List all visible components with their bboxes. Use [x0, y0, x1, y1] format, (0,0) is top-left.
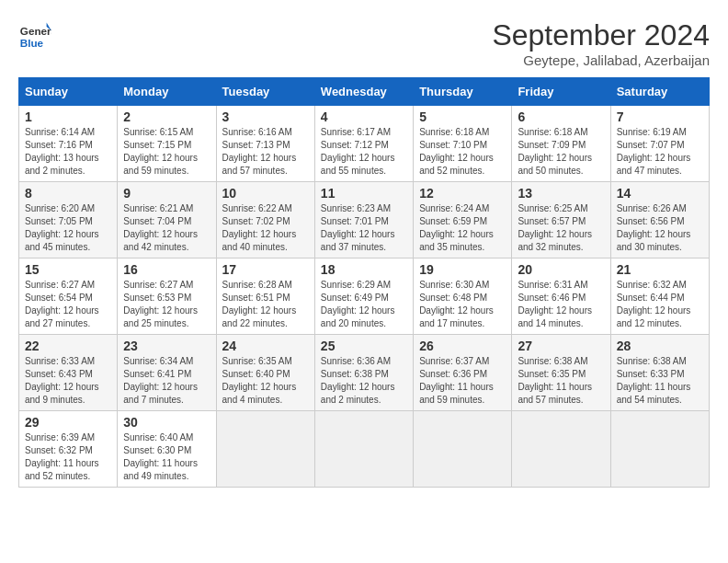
calendar-day-cell: 24 Sunrise: 6:35 AMSunset: 6:40 PMDaylig…	[216, 335, 314, 411]
day-number: 11	[321, 186, 407, 201]
day-info: Sunrise: 6:39 AMSunset: 6:32 PMDaylight:…	[25, 432, 99, 481]
calendar-day-cell: 23 Sunrise: 6:34 AMSunset: 6:41 PMDaylig…	[118, 335, 216, 411]
day-info: Sunrise: 6:20 AMSunset: 7:05 PMDaylight:…	[25, 203, 99, 252]
calendar-week-row: 15 Sunrise: 6:27 AMSunset: 6:54 PMDaylig…	[19, 259, 710, 335]
day-number: 25	[321, 339, 407, 353]
header-friday: Friday	[512, 78, 610, 106]
day-info: Sunrise: 6:29 AMSunset: 6:49 PMDaylight:…	[321, 280, 395, 328]
calendar-day-cell: 15 Sunrise: 6:27 AMSunset: 6:54 PMDaylig…	[19, 259, 118, 335]
day-number: 20	[518, 262, 604, 277]
day-info: Sunrise: 6:31 AMSunset: 6:46 PMDaylight:…	[518, 280, 592, 328]
empty-day-cell	[610, 411, 709, 488]
calendar-day-cell: 26 Sunrise: 6:37 AMSunset: 6:36 PMDaylig…	[414, 335, 512, 411]
calendar-day-cell: 5 Sunrise: 6:18 AMSunset: 7:10 PMDayligh…	[414, 106, 512, 182]
day-info: Sunrise: 6:30 AMSunset: 6:48 PMDaylight:…	[419, 280, 494, 328]
calendar-day-cell: 10 Sunrise: 6:22 AMSunset: 7:02 PMDaylig…	[216, 182, 314, 259]
day-info: Sunrise: 6:18 AMSunset: 7:09 PMDaylight:…	[518, 127, 592, 176]
day-info: Sunrise: 6:33 AMSunset: 6:43 PMDaylight:…	[25, 356, 99, 405]
calendar-day-cell: 17 Sunrise: 6:28 AMSunset: 6:51 PMDaylig…	[216, 259, 314, 335]
day-number: 29	[25, 415, 111, 430]
day-info: Sunrise: 6:38 AMSunset: 6:35 PMDaylight:…	[518, 356, 592, 405]
calendar-day-cell: 2 Sunrise: 6:15 AMSunset: 7:15 PMDayligh…	[118, 106, 216, 182]
empty-day-cell	[314, 411, 413, 488]
day-info: Sunrise: 6:38 AMSunset: 6:33 PMDaylight:…	[617, 356, 691, 405]
day-number: 5	[419, 109, 506, 124]
day-number: 19	[419, 262, 506, 277]
calendar-day-cell: 3 Sunrise: 6:16 AMSunset: 7:13 PMDayligh…	[216, 106, 314, 182]
title-block: September 2024 Geytepe, Jalilabad, Azerb…	[492, 18, 710, 68]
calendar-week-row: 1 Sunrise: 6:14 AMSunset: 7:16 PMDayligh…	[19, 106, 710, 182]
calendar-day-cell: 8 Sunrise: 6:20 AMSunset: 7:05 PMDayligh…	[19, 182, 118, 259]
day-number: 30	[123, 415, 210, 430]
day-info: Sunrise: 6:14 AMSunset: 7:16 PMDaylight:…	[25, 127, 99, 176]
day-info: Sunrise: 6:35 AMSunset: 6:40 PMDaylight:…	[222, 356, 297, 405]
calendar-day-cell: 4 Sunrise: 6:17 AMSunset: 7:12 PMDayligh…	[314, 106, 413, 182]
day-info: Sunrise: 6:36 AMSunset: 6:38 PMDaylight:…	[321, 356, 395, 405]
calendar-day-cell: 1 Sunrise: 6:14 AMSunset: 7:16 PMDayligh…	[19, 106, 118, 182]
day-info: Sunrise: 6:34 AMSunset: 6:41 PMDaylight:…	[123, 356, 198, 405]
day-number: 28	[617, 339, 703, 353]
calendar-day-cell: 28 Sunrise: 6:38 AMSunset: 6:33 PMDaylig…	[610, 335, 709, 411]
day-info: Sunrise: 6:24 AMSunset: 6:59 PMDaylight:…	[419, 203, 494, 252]
svg-text:Blue: Blue	[20, 37, 44, 49]
calendar-week-row: 8 Sunrise: 6:20 AMSunset: 7:05 PMDayligh…	[19, 182, 710, 259]
calendar-day-cell: 21 Sunrise: 6:32 AMSunset: 6:44 PMDaylig…	[610, 259, 709, 335]
header-thursday: Thursday	[414, 78, 512, 106]
day-info: Sunrise: 6:40 AMSunset: 6:30 PMDaylight:…	[123, 432, 198, 481]
logo-icon: General Blue	[18, 18, 51, 52]
header-sunday: Sunday	[19, 78, 118, 106]
day-number: 27	[518, 339, 604, 353]
header-wednesday: Wednesday	[314, 78, 413, 106]
day-number: 16	[123, 262, 210, 277]
day-info: Sunrise: 6:27 AMSunset: 6:54 PMDaylight:…	[25, 280, 99, 328]
page-header: General Blue September 2024 Geytepe, Jal…	[18, 18, 710, 68]
day-info: Sunrise: 6:37 AMSunset: 6:36 PMDaylight:…	[419, 356, 494, 405]
empty-day-cell	[512, 411, 610, 488]
calendar-day-cell: 30 Sunrise: 6:40 AMSunset: 6:30 PMDaylig…	[118, 411, 216, 488]
day-number: 21	[617, 262, 703, 277]
day-number: 3	[222, 109, 309, 124]
day-number: 2	[123, 109, 210, 124]
calendar-week-row: 22 Sunrise: 6:33 AMSunset: 6:43 PMDaylig…	[19, 335, 710, 411]
calendar-day-cell: 27 Sunrise: 6:38 AMSunset: 6:35 PMDaylig…	[512, 335, 610, 411]
day-info: Sunrise: 6:21 AMSunset: 7:04 PMDaylight:…	[123, 203, 198, 252]
day-number: 24	[222, 339, 309, 353]
logo: General Blue	[18, 18, 51, 52]
calendar-day-cell: 19 Sunrise: 6:30 AMSunset: 6:48 PMDaylig…	[414, 259, 512, 335]
day-number: 18	[321, 262, 407, 277]
day-number: 8	[25, 186, 111, 201]
weekday-header-row: Sunday Monday Tuesday Wednesday Thursday…	[19, 78, 710, 106]
calendar-day-cell: 25 Sunrise: 6:36 AMSunset: 6:38 PMDaylig…	[314, 335, 413, 411]
day-number: 7	[617, 109, 703, 124]
day-number: 23	[123, 339, 210, 353]
day-number: 12	[419, 186, 506, 201]
calendar-day-cell: 18 Sunrise: 6:29 AMSunset: 6:49 PMDaylig…	[314, 259, 413, 335]
day-number: 9	[123, 186, 210, 201]
page-subtitle: Geytepe, Jalilabad, Azerbaijan	[492, 52, 710, 68]
header-monday: Monday	[118, 78, 216, 106]
calendar-week-row: 29 Sunrise: 6:39 AMSunset: 6:32 PMDaylig…	[19, 411, 710, 488]
day-number: 15	[25, 262, 111, 277]
calendar-day-cell: 20 Sunrise: 6:31 AMSunset: 6:46 PMDaylig…	[512, 259, 610, 335]
day-info: Sunrise: 6:27 AMSunset: 6:53 PMDaylight:…	[123, 280, 198, 328]
day-info: Sunrise: 6:26 AMSunset: 6:56 PMDaylight:…	[617, 203, 691, 252]
calendar-day-cell: 11 Sunrise: 6:23 AMSunset: 7:01 PMDaylig…	[314, 182, 413, 259]
day-number: 10	[222, 186, 309, 201]
empty-day-cell	[414, 411, 512, 488]
calendar-day-cell: 12 Sunrise: 6:24 AMSunset: 6:59 PMDaylig…	[414, 182, 512, 259]
calendar-day-cell: 22 Sunrise: 6:33 AMSunset: 6:43 PMDaylig…	[19, 335, 118, 411]
calendar-table: Sunday Monday Tuesday Wednesday Thursday…	[18, 77, 710, 488]
day-info: Sunrise: 6:32 AMSunset: 6:44 PMDaylight:…	[617, 280, 691, 328]
day-number: 26	[419, 339, 506, 353]
day-info: Sunrise: 6:23 AMSunset: 7:01 PMDaylight:…	[321, 203, 395, 252]
header-tuesday: Tuesday	[216, 78, 314, 106]
day-info: Sunrise: 6:16 AMSunset: 7:13 PMDaylight:…	[222, 127, 297, 176]
day-number: 17	[222, 262, 309, 277]
day-number: 22	[25, 339, 111, 353]
calendar-day-cell: 7 Sunrise: 6:19 AMSunset: 7:07 PMDayligh…	[610, 106, 709, 182]
day-info: Sunrise: 6:17 AMSunset: 7:12 PMDaylight:…	[321, 127, 395, 176]
calendar-day-cell: 13 Sunrise: 6:25 AMSunset: 6:57 PMDaylig…	[512, 182, 610, 259]
header-saturday: Saturday	[610, 78, 709, 106]
day-info: Sunrise: 6:22 AMSunset: 7:02 PMDaylight:…	[222, 203, 297, 252]
page-title: September 2024	[492, 18, 710, 52]
